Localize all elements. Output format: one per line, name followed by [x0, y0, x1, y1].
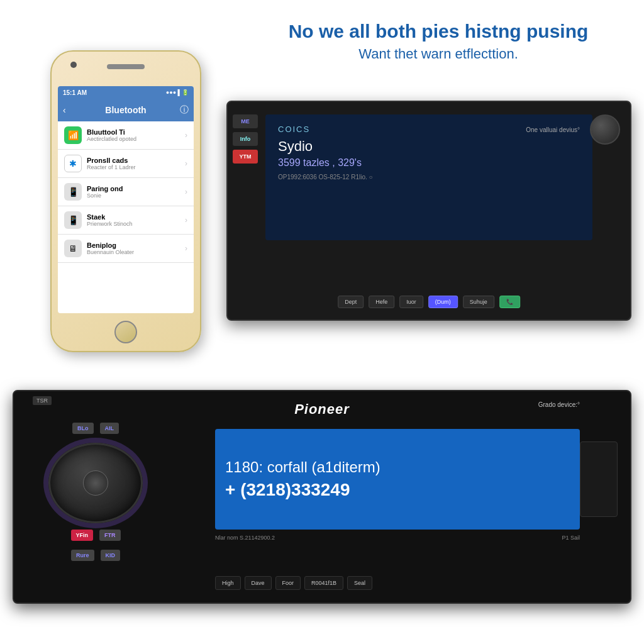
header-title: No we all both pies histng pusing — [245, 19, 631, 43]
rure-button[interactable]: Rure — [71, 550, 94, 561]
list-item[interactable]: ✱ Pronsll cads Reacter of 1 Ladrer › — [58, 150, 194, 178]
btn-seal[interactable]: Seal — [347, 576, 372, 590]
radio-btn-iuor[interactable]: Iuor — [399, 296, 423, 308]
list-title-1: Pronsll cads — [87, 157, 180, 164]
ail-button[interactable]: AIL — [100, 423, 119, 434]
car-radio-bottom: TSR Pioneer Grado device:° BLo AIL YFin … — [13, 390, 631, 604]
list-item[interactable]: 📶 Bluuttool Ti Aectirclatled opoted › — [58, 121, 194, 150]
list-title-0: Bluuttool Ti — [87, 128, 180, 136]
bottom-radio-screen: 1180: corfall (a1diterm) + (3218)333249 — [215, 429, 580, 530]
btn-high[interactable]: High — [215, 576, 241, 590]
list-item[interactable]: 📱 Paring ond Sonie › — [58, 178, 194, 206]
btn-dave[interactable]: Dave — [245, 576, 272, 590]
radio-top-subtitle: OP1992:6036 OS-825-12 R1lio. ○ — [278, 174, 580, 180]
chevron-icon-3: › — [185, 216, 187, 225]
status-bar: 15:1 AM ●●● ▌🔋 — [58, 86, 194, 99]
phone: 15:1 AM ●●● ▌🔋 ‹ Bluetooth ⓘ 📶 Bluuttool… — [50, 50, 201, 352]
top-radio-device: One valluai devius° — [526, 126, 580, 133]
header-section: No we all both pies histng pusing Want t… — [245, 19, 631, 62]
subtitle-left: Nlar nom S.21142900.2 — [215, 535, 275, 541]
phone-body: 15:1 AM ●●● ▌🔋 ‹ Bluetooth ⓘ 📶 Bluuttool… — [50, 50, 201, 352]
radio-btn-suhuje[interactable]: Suhuje — [463, 296, 494, 308]
bottom-radio-buttons: High Dave Foor R0041f1B Seal — [215, 576, 580, 590]
knob-area: BLo AIL YFin FTR Rure KID — [33, 423, 158, 561]
top-radio-knob[interactable] — [590, 114, 620, 145]
chevron-icon-0: › — [185, 131, 187, 140]
phone-camera — [70, 62, 77, 68]
list-title-2: Paring ond — [87, 185, 180, 192]
info-button[interactable]: Info — [233, 132, 258, 146]
phone-screen: 15:1 AM ●●● ▌🔋 ‹ Bluetooth ⓘ 📶 Bluuttool… — [58, 86, 194, 313]
list-icon-2: 📱 — [64, 183, 82, 201]
btn-foor[interactable]: Foor — [275, 576, 301, 590]
chevron-icon-2: › — [185, 187, 187, 196]
list-sub-2: Sonie — [87, 192, 180, 199]
knob-inner — [83, 470, 108, 496]
bottom-radio-label: TSR — [33, 396, 52, 405]
info-button[interactable]: ⓘ — [180, 104, 189, 116]
song-title: Sydio — [278, 138, 580, 155]
list-sub-4: Buennauin Oleater — [87, 249, 180, 255]
back-button[interactable]: ‹ — [63, 105, 66, 115]
list-sub-1: Reacter of 1 Ladrer — [87, 164, 180, 170]
list-icon-0: 📶 — [64, 126, 82, 144]
car-radio-top: ME Info YTM COICS One valluai devius° Sy… — [226, 101, 631, 321]
phone-home-button[interactable] — [114, 321, 137, 343]
main-knob[interactable] — [48, 443, 143, 523]
disc-slot — [580, 441, 618, 517]
list-sub-3: Prienwork Stinoch — [87, 221, 180, 227]
chevron-icon-4: › — [185, 244, 187, 253]
radio-btn-call[interactable]: 📞 — [499, 296, 520, 308]
radio-btn-dept[interactable]: Dept — [338, 296, 364, 308]
call-name: 1180: corfall (a1diterm) — [225, 458, 570, 476]
header-subtitle: Want thet warn etflecttion. — [245, 46, 631, 62]
bluetooth-list: 📶 Bluuttool Ti Aectirclatled opoted › ✱ … — [58, 121, 194, 263]
bottom-radio-subtitle: Nlar nom S.21142900.2 P1 Sail — [215, 535, 580, 541]
list-title-4: Beniplog — [87, 242, 180, 249]
left-buttons-group: ME Info YTM — [233, 114, 258, 164]
status-icons: ●●● ▌🔋 — [166, 89, 189, 96]
chevron-icon-1: › — [185, 159, 187, 168]
ftr-button[interactable]: FTR — [99, 530, 121, 541]
call-number: + (3218)333249 — [225, 480, 570, 500]
top-radio-buttons: Dept Hefe Iuor (Dum) Suhuje 📞 — [338, 296, 520, 308]
song-info: 3599 tazles , 329's — [278, 157, 580, 169]
top-radio-brand: COICS — [278, 125, 310, 134]
yfin-button[interactable]: YFin — [71, 530, 94, 541]
list-item[interactable]: 🖥 Beniplog Buennauin Oleater › — [58, 235, 194, 263]
subtitle-right: P1 Sail — [562, 535, 580, 541]
phone-speaker — [107, 64, 145, 69]
me-button[interactable]: ME — [233, 114, 258, 128]
bottom-radio-brand: Pioneer — [294, 401, 350, 418]
kid-button[interactable]: KID — [101, 550, 121, 561]
list-item[interactable]: 📱 Staek Prienwork Stinoch › — [58, 206, 194, 235]
status-time: 15:1 AM — [63, 89, 87, 96]
ytm-button[interactable]: YTM — [233, 150, 258, 164]
radio-btn-hefe[interactable]: Hefe — [369, 296, 394, 308]
list-icon-3: 📱 — [64, 211, 82, 229]
blo-button[interactable]: BLo — [72, 423, 94, 434]
list-title-3: Staek — [87, 213, 180, 221]
radio-btn-dum[interactable]: (Dum) — [428, 296, 458, 308]
nav-title: Bluetooth — [105, 105, 146, 115]
nav-bar: ‹ Bluetooth ⓘ — [58, 99, 194, 121]
top-radio-screen: COICS One valluai devius° Sydio 3599 taz… — [265, 114, 592, 240]
btn-r0041[interactable]: R0041f1B — [304, 576, 343, 590]
list-sub-0: Aectirclatled opoted — [87, 136, 180, 142]
list-icon-1: ✱ — [64, 155, 82, 172]
list-icon-4: 🖥 — [64, 240, 82, 257]
bottom-radio-device: Grado device:° — [538, 401, 580, 408]
